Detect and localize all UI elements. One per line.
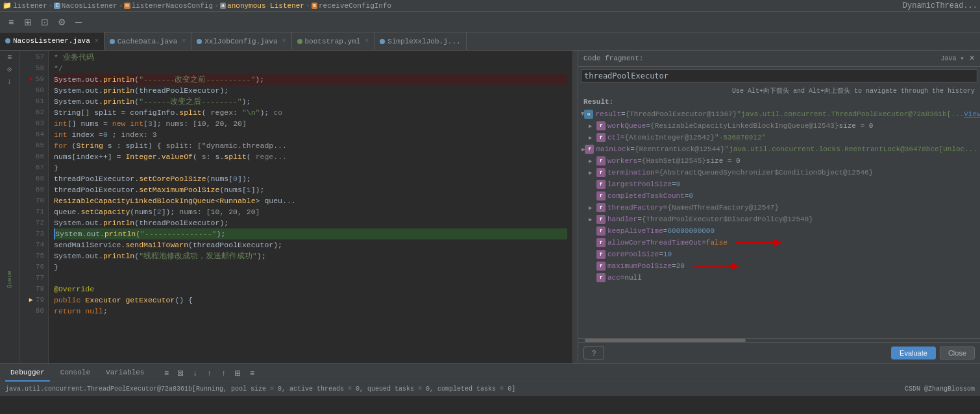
debug-btn-settings[interactable]: ⊞ [231,367,244,380]
tab-close-0[interactable]: × [95,38,99,45]
tree-item-core-pool-size[interactable]: ▶ f corePoolSize = 10 [578,249,980,260]
red-arrow-1 [733,236,785,249]
gutter-icon-3[interactable]: ↓ [7,77,12,86]
tree-item-workers[interactable]: ▶ f workers = {HashSet@12545} size = 0 [578,155,980,167]
code-line-64: int index =0 ; index: 3 [54,129,567,140]
debug-btn-resume[interactable]: ↓ [188,367,201,380]
panel-lang[interactable]: Java ▾ [941,55,964,62]
breakpoint-59[interactable]: ● [29,74,33,85]
tree-icon-f-allowcore: f [596,238,606,247]
tab-bootstrap-yml[interactable]: bootstrap.yml × [292,32,375,50]
debug-btn-stop[interactable]: ⊠ [174,367,187,380]
breadcrumb: 📁 listener › C NacosListener › m listene… [0,0,980,12]
tree-item-thread-factory[interactable]: ▶ f threadFactory = {NamedThreadFactory@… [578,202,980,213]
tree-item-completed-task-count[interactable]: ▶ f completedTaskCount = 0 [578,190,980,202]
breadcrumb-anonymous-listener[interactable]: a anonymous Listener [220,2,304,10]
tree-item-termination[interactable]: ▶ f termination = {AbstractQueuedSynchro… [578,167,980,178]
line-79: ▶ 79 [19,295,48,306]
red-arrow-2 [690,260,742,273]
nav-hint: Use Alt+向下箭头 and Alt+向上箭头 to navigate th… [578,85,980,97]
code-content[interactable]: * 业务代码 */ System.out.println("-------改变之… [49,51,572,363]
line-60: 60 [19,85,48,96]
close-panel-button[interactable]: Close [940,347,975,359]
tree-item-handler[interactable]: ▶ f handler = {ThreadPoolExecutor$Discar… [578,213,980,225]
breadcrumb-receive-config-info[interactable]: m receiveConfigInfo [312,2,392,10]
expand-arrow-termination[interactable]: ▶ [589,169,596,177]
tree-item-acc[interactable]: ▶ f acc = null [578,272,980,284]
line-74: 74 [19,239,48,250]
tab-close-3[interactable]: × [365,38,369,45]
line-57: 57 [19,52,48,63]
tree-icon-f-keepalive: f [596,226,606,236]
code-line-69: threadPoolExecutor.setMaximumPoolSize(nu… [54,184,567,195]
breadcrumb-listener[interactable]: 📁 listener [3,1,47,10]
tree-item-result[interactable]: ▼ ∞ result = {ThreadPoolExecutor@11367} … [578,108,980,120]
expand-arrow-ctl[interactable]: ▶ [589,134,596,141]
tab-xxljob-config[interactable]: XxlJobConfig.java × [191,32,291,50]
panel-close-btn[interactable]: × [970,53,975,64]
code-line-80: return null; [54,306,567,317]
line-80: 80 [19,306,48,317]
tab-close-1[interactable]: × [182,38,186,45]
tree-item-mainlock[interactable]: ▶ f mainLock = {ReentrantLock@12544} "ja… [578,143,980,155]
toolbar-settings[interactable]: ⚙ [55,15,69,29]
tree-item-workqueue[interactable]: ▶ f workQueue = {ResizableCapacityLinked… [578,120,980,132]
tree-item-largest-pool-size[interactable]: ▶ f largestPoolSize = 0 [578,178,980,190]
toolbar-btn-3[interactable]: ⊡ [38,15,52,29]
tree-item-ctl[interactable]: ▶ f ctl = {AtomicInteger@12542} "-536870… [578,132,980,143]
debug-btn-stepover[interactable]: ↑ [202,367,215,380]
evaluate-button[interactable]: Evaluate [891,347,936,359]
right-panel: Code fragment: Java ▾ × threadPoolExecut… [578,51,980,363]
tab-cache-data[interactable]: CacheData.java × [104,32,191,50]
tree-icon-f-corepool: f [596,250,606,259]
tree-icon-f-completed: f [596,191,606,201]
tree-icon-f-workers: f [596,156,606,165]
code-line-75: System.out.println("线程池修改成功，发送邮件成功"); [54,250,567,262]
line-76: 76 [19,262,48,273]
scroll-indicator[interactable] [572,51,578,363]
line-71: 71 [19,206,48,217]
code-line-57: * 业务代码 [54,52,567,63]
line-63: 63 [19,118,48,129]
result-tree[interactable]: ▼ ∞ result = {ThreadPoolExecutor@11367} … [578,107,980,338]
code-line-63: int[] nums = new int[3]; nums: [10, 20, … [54,118,567,129]
tab-icon-java-3 [197,39,202,44]
gutter-icon-1[interactable]: ≡ [7,53,12,62]
debug-tab-console[interactable]: Console [55,364,95,382]
line-64: 64 [19,129,48,140]
expand-arrow-workers[interactable]: ▶ [589,158,596,165]
expand-arrow-workqueue[interactable]: ▶ [589,123,596,130]
debug-btn-more[interactable]: ≡ [245,367,258,380]
tree-icon-f-mainlock: f [585,145,594,154]
expand-arrow-handler[interactable]: ▶ [589,216,596,223]
code-line-77 [54,273,567,284]
toolbar-btn-2[interactable]: ⊞ [21,15,35,29]
debug-tab-variables[interactable]: Variables [101,364,149,382]
expand-arrow-threadfactory[interactable]: ▶ [589,204,596,212]
view-link[interactable]: View [964,110,980,118]
toolbar-minimize[interactable]: ─ [71,15,86,29]
tab-icon-java-4 [380,39,385,44]
gutter-icon-2[interactable]: ⊙ [7,65,12,75]
code-line-72: System.out.println(threadPoolExecutor); [54,217,567,228]
tree-item-keep-alive-time[interactable]: ▶ f keepAliveTime = 60000000000 [578,225,980,237]
tab-simple-xxl[interactable]: SimpleXxlJob.j... [374,32,466,50]
line-75: 75 [19,250,48,262]
tree-item-max-pool-size[interactable]: ▶ f maximumPoolSize = 20 [578,260,980,272]
code-line-68: threadPoolExecutor.setCorePoolSize(nums[… [54,173,567,184]
toolbar-btn-1[interactable]: ≡ [4,15,18,29]
breadcrumb-listener-nacos-config[interactable]: m listenerNacosConfig [124,2,213,10]
code-line-58: */ [54,63,567,74]
tab-close-2[interactable]: × [282,38,286,45]
help-button[interactable]: ? [583,347,604,359]
code-fragment-expr[interactable]: threadPoolExecutor [581,69,977,82]
debug-tab-debugger[interactable]: Debugger [5,364,50,382]
breadcrumb-nacos-listener[interactable]: C NacosListener [54,2,117,10]
tree-item-allow-core[interactable]: ▶ f allowCoreThreadTimeOut = false [578,237,980,249]
tree-icon-f-workqueue: f [596,121,606,130]
debug-btn-rerun[interactable]: ≡ [160,367,173,380]
line-72: 72 [19,217,48,228]
debug-toolbar: ≡ ⊠ ↓ ↑ ↑ ⊞ ≡ [160,367,258,380]
tab-nacos-listener[interactable]: NacosListener.java × [0,32,104,50]
debug-btn-stepinto[interactable]: ↑ [217,367,230,380]
